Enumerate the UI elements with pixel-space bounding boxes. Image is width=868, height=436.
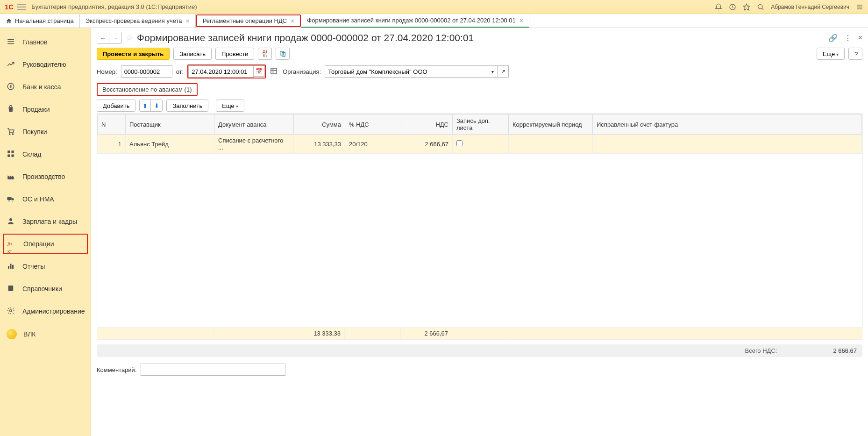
nav-buttons: ← → [97, 32, 122, 44]
cell-doc: Списание с расчетного ... [214, 135, 294, 154]
post-button[interactable]: Провести [215, 48, 255, 60]
close-icon[interactable]: × [186, 17, 190, 25]
move-down-button[interactable]: ⬇ [151, 100, 162, 111]
comment-input[interactable] [141, 364, 285, 376]
sidebar-item-purchases[interactable]: Покупки [0, 121, 91, 143]
sidebar-item-admin[interactable]: Администрирование [0, 300, 91, 322]
more-button[interactable]: Еще [817, 48, 845, 60]
date-field-highlighted: 📅 [187, 64, 266, 79]
org-input[interactable] [325, 65, 488, 78]
settings-bars-icon[interactable] [856, 3, 863, 11]
table-row[interactable]: 1 Альянс Трейд Списание с расчетного ...… [98, 135, 862, 154]
sidebar-label: Главное [22, 38, 48, 46]
cell-vat-rate: 20/120 [345, 135, 401, 154]
svg-marker-1 [744, 4, 750, 10]
search-icon[interactable] [757, 3, 764, 11]
tab-express-check[interactable]: Экспресс-проверка ведения учета × [80, 14, 196, 28]
help-button[interactable]: ? [848, 48, 862, 60]
table-empty-area [97, 154, 862, 327]
calendar-icon[interactable]: 📅 [254, 65, 265, 77]
home-icon [6, 18, 12, 24]
dropdown-icon[interactable]: ▾ [488, 65, 498, 78]
add-button[interactable]: Добавить [97, 100, 135, 112]
hamburger-icon[interactable] [17, 4, 26, 10]
close-icon[interactable]: × [291, 17, 294, 25]
tab-label: Экспресс-проверка ведения учета [85, 17, 182, 24]
number-input[interactable] [121, 65, 172, 78]
sidebar-label: Зарплата и кадры [22, 218, 77, 225]
app-title: Бухгалтерия предприятия, редакция 3.0 (1… [31, 3, 197, 10]
sidebar-item-reports[interactable]: Отчеты [0, 255, 91, 278]
user-name[interactable]: Абрамов Геннадий Сергеевич [771, 4, 849, 10]
tab-vat-operations[interactable]: Регламентные операции НДС × [196, 14, 301, 27]
page-title: Формирование записей книги продаж 0000-0… [137, 32, 474, 43]
sidebar-item-os[interactable]: ОС и НМА [0, 188, 91, 210]
th-vat[interactable]: НДС [401, 114, 453, 135]
inner-tab-advances[interactable]: Восстановление по авансам (1) [97, 83, 198, 96]
truck-icon [7, 194, 16, 204]
sidebar-item-warehouse[interactable]: Склад [0, 143, 91, 165]
svg-rect-15 [12, 150, 14, 153]
extra-checkbox[interactable] [456, 140, 462, 146]
sidebar-item-production[interactable]: Производство [0, 165, 91, 188]
org-select: ▾ ↗ [325, 65, 509, 78]
sidebar-item-manager[interactable]: Руководителю [0, 53, 91, 76]
sidebar-label: Склад [22, 150, 42, 158]
move-up-button[interactable]: ⬆ [140, 100, 151, 111]
factory-icon [7, 172, 16, 181]
link-icon[interactable]: 🔗 [828, 34, 838, 43]
menu-lines-icon [7, 37, 16, 47]
star-icon[interactable] [743, 3, 750, 11]
sidebar-item-operations[interactable]: ДтКт Операции [3, 234, 88, 254]
from-label: от: [176, 68, 184, 75]
write-button[interactable]: Записать [173, 48, 212, 60]
svg-rect-18 [7, 197, 12, 200]
footer-sum: 13 333,33 [293, 328, 345, 340]
date-input[interactable] [188, 65, 254, 78]
related-docs-button[interactable] [276, 48, 290, 60]
sidebar-item-bank[interactable]: ₽ Банк и касса [0, 76, 91, 98]
sidebar-item-main[interactable]: Главное [0, 31, 91, 53]
table-more-button[interactable]: Еще [216, 100, 244, 112]
sidebar-label: Операции [23, 240, 54, 248]
cell-n: 1 [98, 135, 126, 154]
th-doc[interactable]: Документ аванса [214, 114, 294, 135]
close-panel-icon[interactable]: × [858, 34, 862, 43]
history-icon[interactable] [729, 3, 736, 11]
tab-sales-book-entries[interactable]: Формирование записей книги продаж 0000-0… [301, 14, 529, 28]
fill-button[interactable]: Заполнить [166, 100, 208, 112]
svg-point-2 [758, 4, 762, 8]
th-vat-rate[interactable]: % НДС [345, 114, 401, 135]
sidebar-item-catalogs[interactable]: Справочники [0, 278, 91, 300]
close-icon[interactable]: × [519, 17, 523, 24]
sidebar-label: Отчеты [22, 263, 45, 270]
th-supplier[interactable]: Поставщик [126, 114, 214, 135]
chart-up-icon [7, 60, 16, 69]
sidebar-item-sales[interactable]: Продажи [0, 98, 91, 121]
dtkt-button[interactable]: ДтКт [258, 48, 272, 60]
open-external-icon[interactable]: ↗ [498, 65, 509, 78]
bell-icon[interactable] [715, 3, 722, 11]
th-sum[interactable]: Сумма [294, 114, 345, 135]
favorite-star-icon[interactable]: ☆ [126, 33, 133, 43]
post-and-close-button[interactable]: Провести и закрыть [97, 48, 170, 60]
svg-point-20 [12, 200, 13, 201]
nav-back-button[interactable]: ← [97, 32, 109, 43]
sidebar-label: Покупки [22, 128, 47, 136]
svg-point-19 [8, 200, 10, 201]
comment-label: Комментарий: [97, 366, 137, 373]
sidebar-label: ВЛК [23, 330, 36, 338]
th-extra[interactable]: Запись доп. листа [453, 114, 509, 135]
sidebar-item-vlk[interactable]: ВЛК [0, 322, 91, 346]
sidebar-label: Справочники [22, 285, 62, 293]
th-n[interactable]: N [98, 114, 126, 135]
person-icon [7, 217, 16, 226]
sidebar-label: ОС и НМА [22, 195, 54, 203]
svg-text:₽: ₽ [10, 85, 12, 89]
th-invoice[interactable]: Исправленный счет-фактура [593, 114, 862, 135]
sidebar-item-salary[interactable]: Зарплата и кадры [0, 210, 91, 233]
th-period[interactable]: Корректируемый период [509, 114, 593, 135]
kebab-icon[interactable]: ⋮ [844, 34, 852, 43]
tab-home[interactable]: Начальная страница [0, 14, 80, 28]
sidebar: Главное Руководителю ₽ Банк и касса Прод… [0, 28, 91, 436]
